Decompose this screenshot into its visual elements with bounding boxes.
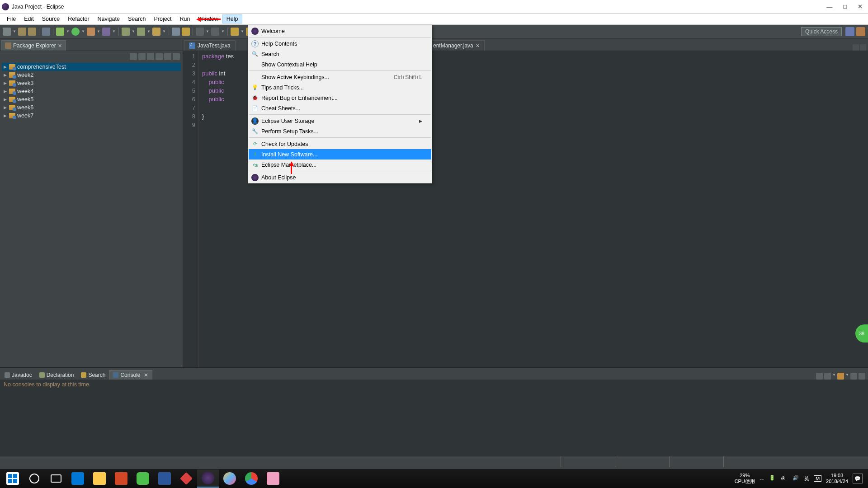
ime-lang[interactable]: 英 [804,475,809,482]
tab-declaration[interactable]: Declaration [36,371,78,380]
toolbar-btn[interactable] [42,28,50,36]
cpu-meter[interactable]: 29%CPU使用 [735,473,755,484]
taskbar-word[interactable] [154,469,175,488]
perspective-java[interactable] [845,27,854,36]
tree-item-label: week7 [17,113,33,119]
menu-project[interactable]: Project [150,14,176,23]
menu-help[interactable]: Help [222,14,242,23]
minimize-button[interactable]: — [826,3,832,10]
open-type-button[interactable] [152,28,160,36]
collapse-all-button[interactable] [130,53,137,60]
battery-icon[interactable]: 🔋 [769,475,776,482]
maximize-editor-button[interactable] [860,44,866,51]
menu-run[interactable]: Run [175,14,194,23]
network-icon[interactable]: 🖧 [781,475,788,482]
run-button[interactable] [71,28,80,36]
back-button[interactable] [231,28,239,36]
menu-check-updates[interactable]: ⟳Check for Updates [249,139,431,149]
display-console-button[interactable] [824,373,831,380]
menu-refactor[interactable]: Refactor [64,14,93,23]
menu-install-software[interactable]: ⬇Install New Software... [249,149,431,160]
open-console-button[interactable] [837,373,844,380]
close-icon[interactable]: ✕ [58,43,62,49]
debug-button[interactable] [56,28,64,36]
cortana-button[interactable] [24,469,45,488]
menu-search[interactable]: Search [124,14,150,23]
taskbar-paint[interactable] [219,469,241,488]
menu-about[interactable]: About Eclipse [249,172,431,183]
menu-report-bug[interactable]: 🐞Report Bug or Enhancement... [249,93,431,103]
tree-item-week6[interactable]: ▶week6 [2,103,181,112]
new-class-button[interactable] [137,28,145,36]
editor-tab-javatest[interactable]: JavaTest.java [184,40,236,51]
menu-marketplace[interactable]: 🛍Eclipse Marketplace... [249,160,431,170]
new-package-button[interactable] [122,28,130,36]
coverage-button[interactable] [87,28,95,36]
maximize-view-button[interactable] [173,53,180,60]
save-all-button[interactable] [28,28,36,36]
search-button[interactable] [182,28,190,36]
pin-console-button[interactable] [816,373,823,380]
project-icon [9,97,15,102]
menu-cheat-sheets[interactable]: 📄Cheat Sheets... [249,103,431,113]
start-button[interactable] [2,469,24,488]
menu-source[interactable]: Source [38,14,64,23]
clock[interactable]: 19:032018/4/24 [826,473,848,484]
tree-item-week3[interactable]: ▶week3 [2,79,181,87]
minimize-view-button[interactable] [164,53,171,60]
editor-tab-entmanager[interactable]: entManager.java ✕ [428,40,485,51]
toggle-mark-button[interactable] [196,28,204,36]
tab-javadoc[interactable]: Javadoc [1,371,36,380]
tab-search[interactable]: Search [77,371,109,380]
taskbar-eclipse[interactable] [197,469,219,488]
menu-help-contents[interactable]: ?Help Contents [249,38,431,49]
ext-tools-button[interactable] [102,28,110,36]
menu-user-storage[interactable]: 👤Eclipse User Storage▶ [249,116,431,126]
tab-console[interactable]: Console✕ [109,370,152,380]
menu-keybindings[interactable]: Show Active Keybindings...Ctrl+Shift+L [249,72,431,82]
link-editor-button[interactable] [138,53,146,60]
taskview-button[interactable] [45,469,67,488]
taskbar-powerpoint[interactable] [110,469,132,488]
minimize-panel-button[interactable] [850,373,857,380]
ime-mode[interactable]: M [814,475,821,482]
menu-tips[interactable]: 💡Tips and Tricks... [249,82,431,93]
tree-item-week2[interactable]: ▶week2 [2,71,181,79]
close-icon[interactable]: ✕ [144,372,148,378]
view-menu-button[interactable] [156,53,163,60]
close-icon[interactable]: ✕ [476,43,480,49]
new-button[interactable] [3,28,11,36]
maximize-button[interactable]: □ [843,3,847,10]
taskbar-app-green[interactable] [132,469,154,488]
volume-icon[interactable]: 🔊 [793,475,800,482]
taskbar-snip[interactable] [262,469,284,488]
tray-chevron-icon[interactable]: ︿ [760,475,764,482]
menu-navigate[interactable]: Navigate [94,14,124,23]
menu-contextual-help[interactable]: Show Contextual Help [249,59,431,70]
menu-edit[interactable]: Edit [20,14,38,23]
menu-welcome[interactable]: Welcome [249,26,431,36]
open-task-button[interactable] [172,28,180,36]
maximize-panel-button[interactable] [859,373,865,380]
perspective-debug[interactable] [856,27,865,36]
notifications-button[interactable]: 💬 [853,474,863,483]
taskbar-chrome[interactable] [241,469,262,488]
quick-access-field[interactable]: Quick Access [801,27,842,36]
tree-item-comprehensivetest[interactable]: ▶comprehensiveTest [2,63,181,71]
tree-item-week4[interactable]: ▶week4 [2,87,181,95]
package-explorer-tab[interactable]: Package Explorer ✕ [1,40,66,51]
menu-file[interactable]: File [3,14,20,23]
menu-setup-tasks[interactable]: 🔧Perform Setup Tasks... [249,126,431,136]
taskbar-edge[interactable] [67,469,89,488]
focus-task-button[interactable] [147,53,154,60]
windows-taskbar: 29%CPU使用 ︿ 🔋 🖧 🔊 英 M 19:032018/4/24 💬 [0,469,868,488]
tree-item-week7[interactable]: ▶week7 [2,112,181,120]
taskbar-app-red[interactable] [175,469,197,488]
minimize-editor-button[interactable] [853,44,859,51]
menu-help-search[interactable]: 🔍Search [249,49,431,59]
close-button[interactable]: ✕ [858,3,863,10]
tree-item-week5[interactable]: ▶week5 [2,95,181,103]
save-button[interactable] [18,28,26,36]
next-annotation-button[interactable] [211,28,219,36]
taskbar-explorer[interactable] [89,469,110,488]
